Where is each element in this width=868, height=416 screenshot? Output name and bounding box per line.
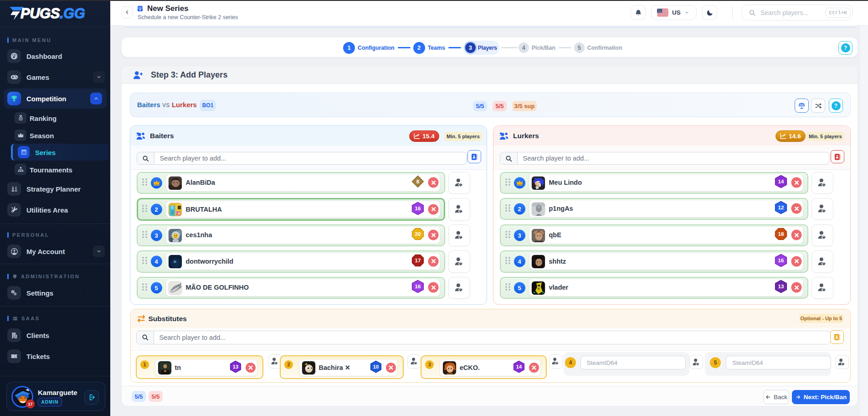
svg-text:8: 8 bbox=[416, 179, 420, 185]
svg-text:16: 16 bbox=[778, 258, 784, 263]
svg-text:.GG: .GG bbox=[60, 5, 85, 21]
svg-text:18: 18 bbox=[778, 232, 784, 237]
svg-text:13: 13 bbox=[778, 284, 784, 290]
svg-text:PUGS: PUGS bbox=[21, 5, 60, 21]
svg-text:13: 13 bbox=[233, 364, 238, 369]
svg-text:10: 10 bbox=[373, 364, 379, 369]
svg-text:20: 20 bbox=[415, 232, 421, 237]
svg-text:14: 14 bbox=[516, 364, 522, 369]
svg-text:17: 17 bbox=[415, 258, 421, 263]
svg-text:12: 12 bbox=[778, 205, 784, 211]
svg-text:14: 14 bbox=[778, 179, 784, 185]
svg-text:16: 16 bbox=[415, 284, 421, 290]
svg-text:16: 16 bbox=[415, 206, 421, 211]
